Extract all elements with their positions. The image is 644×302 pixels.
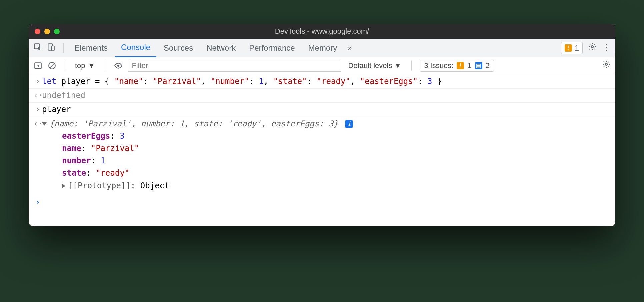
return-icon: ‹·: [33, 89, 42, 102]
code-number: 3: [427, 77, 432, 86]
svg-point-3: [591, 46, 594, 48]
console-input-row[interactable]: › player: [29, 103, 615, 117]
divider: [63, 43, 64, 53]
tab-console[interactable]: Console: [115, 39, 156, 57]
object-property[interactable]: state: "ready": [62, 167, 611, 179]
object-property[interactable]: number: 1: [62, 155, 611, 167]
divider: [105, 61, 105, 71]
console-output-row: ‹· undefined: [29, 89, 615, 103]
console-prompt[interactable]: ›: [29, 193, 615, 216]
object-property[interactable]: easterEggs: 3: [62, 130, 611, 142]
info-icon: ▤: [475, 62, 482, 69]
live-expression-icon[interactable]: [113, 61, 123, 71]
chevron-down-icon: ▼: [88, 61, 95, 70]
code-key: "number": [211, 77, 249, 86]
info-icon[interactable]: i: [345, 120, 353, 128]
window-title: DevTools - www.google.com/: [29, 27, 615, 36]
return-icon: ‹·: [33, 118, 42, 130]
console-output: › let player = { "name": "Parzival", "nu…: [29, 74, 615, 226]
code-text: player = {: [56, 77, 114, 86]
console-settings-icon[interactable]: [602, 60, 611, 71]
more-tabs-icon[interactable]: »: [344, 44, 355, 52]
divider: [65, 61, 65, 71]
console-sidebar-toggle-icon[interactable]: [33, 61, 43, 70]
output-undefined: undefined: [42, 91, 85, 100]
prompt-icon: ›: [33, 196, 42, 208]
issues-badge[interactable]: 3 Issues: ! 1 ▤ 2: [420, 60, 494, 72]
tab-network[interactable]: Network: [200, 39, 242, 57]
code-key: "easterEggs": [360, 77, 418, 86]
devtools-window: DevTools - www.google.com/ Elements Cons…: [29, 24, 615, 226]
expand-toggle[interactable]: [62, 184, 65, 188]
divider: [411, 61, 412, 71]
prompt-icon: ›: [33, 75, 42, 88]
warnings-count: 1: [575, 43, 579, 53]
code-text: player: [42, 103, 611, 116]
console-toolbar: top ▼ Default levels ▼ 3 Issues: ! 1 ▤ 2: [29, 57, 615, 74]
svg-rect-2: [51, 46, 54, 50]
object-properties: easterEggs: 3 name: "Parzival" number: 1…: [42, 130, 611, 192]
object-summary[interactable]: {name: 'Parzival', number: 1, state: 're…: [49, 119, 338, 128]
tab-sources[interactable]: Sources: [158, 39, 199, 57]
panel-tabbar: Elements Console Sources Network Perform…: [29, 39, 615, 57]
code-string: "Parzival": [153, 77, 201, 86]
code-text: }: [432, 77, 442, 86]
code-number: 1: [259, 77, 263, 86]
context-selector[interactable]: top ▼: [73, 61, 97, 70]
issues-info-count: 2: [486, 61, 490, 70]
warning-icon: !: [457, 62, 464, 69]
console-output-row: ‹· {name: 'Parzival', number: 1, state: …: [29, 117, 615, 193]
code-key: "name": [114, 77, 143, 86]
filter-input[interactable]: [128, 60, 341, 72]
titlebar: DevTools - www.google.com/: [29, 24, 615, 39]
svg-point-8: [605, 63, 608, 66]
code-key: "state": [273, 77, 307, 86]
console-input-row[interactable]: › let player = { "name": "Parzival", "nu…: [29, 75, 615, 89]
svg-line-6: [50, 63, 54, 68]
svg-point-7: [117, 64, 120, 67]
context-label: top: [75, 61, 85, 70]
clear-console-icon[interactable]: [47, 61, 57, 70]
settings-icon[interactable]: [588, 42, 597, 53]
issues-label: 3 Issues:: [424, 61, 453, 70]
prompt-icon: ›: [33, 103, 42, 116]
device-toolbar-icon[interactable]: [47, 43, 55, 53]
warning-icon: !: [565, 44, 572, 52]
inspect-element-icon[interactable]: [33, 43, 42, 53]
log-levels-dropdown[interactable]: Default levels ▼: [346, 61, 403, 70]
issues-warn-count: 1: [467, 61, 471, 70]
chevron-down-icon: ▼: [394, 61, 401, 70]
expand-toggle[interactable]: [42, 119, 49, 128]
warnings-badge[interactable]: ! 1: [561, 42, 583, 54]
code-string: "ready": [317, 77, 350, 86]
log-levels-label: Default levels: [348, 61, 392, 70]
kebab-menu-icon[interactable]: ⋮: [602, 43, 611, 53]
tab-elements[interactable]: Elements: [68, 39, 114, 57]
object-prototype[interactable]: [[Prototype]]: Object: [62, 180, 611, 192]
code-keyword: let: [42, 77, 56, 86]
tab-memory[interactable]: Memory: [302, 39, 343, 57]
object-property[interactable]: name: "Parzival": [62, 142, 611, 155]
tab-performance[interactable]: Performance: [243, 39, 301, 57]
